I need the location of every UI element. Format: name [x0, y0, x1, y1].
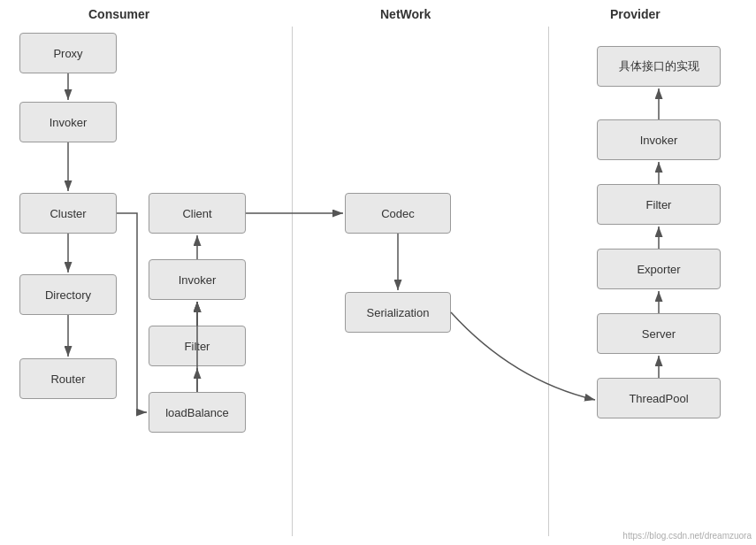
- invoker-mid-box: Invoker: [149, 259, 246, 300]
- codec-box: Codec: [345, 193, 451, 234]
- loadbalance-box: loadBalance: [149, 392, 246, 433]
- cluster-box: Cluster: [19, 193, 117, 234]
- divider-right: [548, 27, 549, 536]
- proxy-box: Proxy: [19, 33, 117, 73]
- server-box: Server: [597, 313, 721, 354]
- client-box: Client: [149, 193, 246, 234]
- invoker-provider-box: Invoker: [597, 119, 721, 160]
- impl-box: 具体接口的实现: [597, 46, 721, 87]
- divider-left: [292, 27, 293, 536]
- router-box: Router: [19, 358, 117, 399]
- filter-provider-box: Filter: [597, 184, 721, 225]
- serialization-box: Serialization: [345, 292, 451, 333]
- network-label: NetWork: [380, 7, 431, 21]
- exporter-box: Exporter: [597, 249, 721, 289]
- threadpool-box: ThreadPool: [597, 378, 721, 418]
- diagram: Consumer NetWork Provider Proxy Invoker …: [0, 0, 756, 545]
- provider-label: Provider: [610, 7, 661, 21]
- consumer-label: Consumer: [88, 7, 149, 21]
- watermark: https://blog.csdn.net/dreamzuora: [622, 531, 752, 541]
- invoker-consumer-box: Invoker: [19, 102, 117, 142]
- directory-box: Directory: [19, 274, 117, 315]
- filter-mid-box: Filter: [149, 326, 246, 366]
